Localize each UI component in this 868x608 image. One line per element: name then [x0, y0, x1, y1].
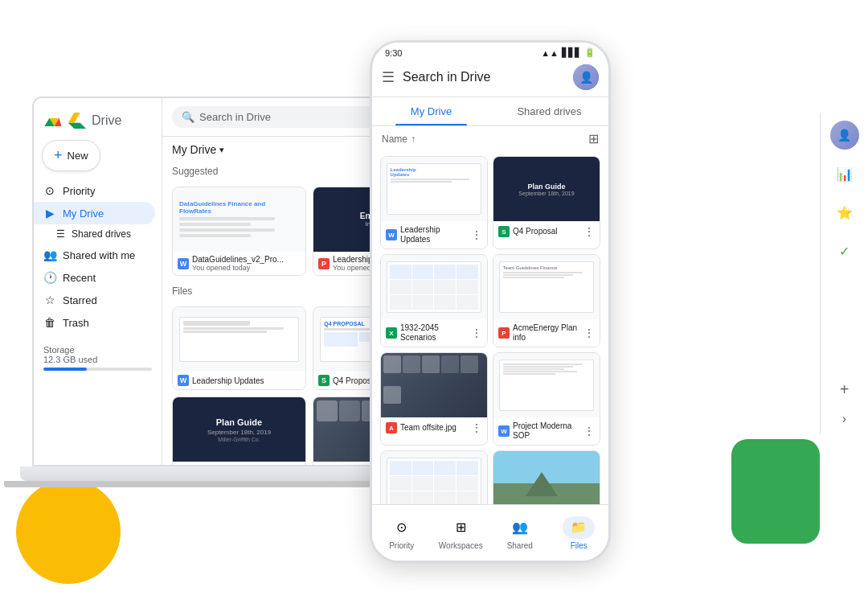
file-1-name: DataGuidelines_v2_Pro... [192, 255, 284, 264]
right-panel-add-icon[interactable]: + [840, 380, 850, 399]
phone-q4-thumb: Plan Guide September 18th, 2019 [493, 157, 600, 221]
acme-more-icon[interactable]: ⋮ [583, 327, 595, 339]
acme-icon: P [498, 327, 510, 339]
team-icon: A [386, 422, 397, 433]
q4-icon: S [498, 226, 510, 237]
trash-label: Trash [63, 317, 89, 329]
search-placeholder: Search in Drive [199, 111, 271, 123]
file-leadership-updates[interactable]: W Leadership Updates [172, 306, 306, 390]
phone-acme-info: P AcmeEnergy Plan info ⋮ [493, 319, 600, 347]
phone-file-scenarios[interactable]: X 1932-2045 Scenarios ⋮ [380, 254, 488, 347]
sort-arrow-icon: ↑ [411, 134, 416, 145]
plus-icon: + [54, 147, 63, 164]
phone-file-acme[interactable]: Team Guidelines Finance P AcmeEnergy Pla… [493, 254, 600, 347]
phone-search-label[interactable]: Search in Drive [403, 70, 565, 84]
sidebar-item-shared-drives[interactable]: ☰ Shared drives [34, 224, 155, 244]
drive-sidebar: Drive + New ⊙ Priority ▶ My Drive ☰ Shar… [34, 98, 162, 465]
drive-triangle-logo [68, 113, 87, 129]
files-nav-label: Files [571, 541, 588, 550]
phone-file-leadership[interactable]: LeadershipUpdates W Leadership Updates ⋮ [380, 156, 488, 249]
phone-scenarios-thumb [381, 255, 487, 319]
phone-file-moderna[interactable]: W Project Moderna SOP ⋮ [493, 352, 600, 446]
phone-leadership-thumb: LeadershipUpdates [381, 157, 487, 221]
leadership-more-icon[interactable]: ⋮ [471, 228, 482, 241]
sidebar-item-my-drive[interactable]: ▶ My Drive [34, 202, 155, 224]
file-2-type-icon: P [318, 258, 330, 269]
bottom-nav-workspaces[interactable]: ⊞ Workspaces [432, 510, 491, 557]
starred-label: Starred [63, 294, 97, 306]
file-1-type-icon: W [178, 258, 189, 269]
shared-icon: 👥 [43, 249, 56, 261]
phone-file-team[interactable]: A Team offsite.jpg ⋮ [380, 352, 488, 446]
storage-label: Storage [43, 345, 75, 355]
drive-logo: Drive [34, 106, 162, 135]
files-nav-icon: 📁 [563, 516, 595, 539]
search-icon: 🔍 [182, 111, 194, 123]
scenarios-more-icon[interactable]: ⋮ [471, 327, 482, 339]
shared-drives-label: Shared drives [72, 228, 131, 240]
sort-label: Name [382, 134, 407, 145]
priority-label: Priority [63, 185, 95, 197]
storage-bar-fill [43, 368, 87, 371]
list-view-icon[interactable]: ⊞ [588, 131, 599, 146]
trash-icon: 🗑 [43, 316, 56, 329]
team-more-icon[interactable]: ⋮ [471, 421, 482, 434]
bottom-nav-priority[interactable]: ⊙ Priority [372, 510, 432, 557]
wifi-icon: ▲▲ [541, 48, 559, 58]
right-panel-tasks-icon[interactable]: ✓ [830, 236, 859, 265]
scenarios-icon: X [386, 327, 397, 339]
workspaces-nav-label: Workspaces [439, 541, 483, 550]
leadership-thumb [173, 307, 305, 372]
mountain-peak [526, 472, 558, 496]
team-phone-name: Team offsite.jpg [400, 423, 468, 433]
suggested-file-1[interactable]: DataGuidelines Finance and FlowRates W D… [172, 187, 306, 276]
phone-bottom-nav: ⊙ Priority ⊞ Workspaces 👥 Shared 📁 Files [372, 504, 608, 561]
sheets-icon: 📊 [837, 166, 853, 182]
recent-label: Recent [63, 272, 96, 284]
q4-type-icon: S [318, 375, 330, 386]
right-panel-sheets-icon[interactable]: 📊 [830, 159, 859, 188]
phone-device: 9:30 ▲▲ ▋▋▋ 🔋 ☰ Search in Drive 👤 My Dri… [370, 40, 611, 563]
hamburger-icon[interactable]: ☰ [382, 68, 395, 86]
bg-green-decoration [731, 439, 820, 544]
right-panel-avatar-icon: 👤 [837, 129, 851, 142]
tab-my-drive[interactable]: My Drive [372, 97, 490, 125]
sidebar-item-trash[interactable]: 🗑 Trash [34, 311, 155, 334]
leadership-info: W Leadership Updates [173, 372, 305, 389]
phone-q4-info: S Q4 Proposal ⋮ [493, 221, 600, 242]
right-panel-chevron-icon[interactable]: › [842, 412, 846, 426]
my-drive-label: My Drive [63, 207, 104, 220]
file-plan-guide[interactable]: Plan Guide September 18th, 2019 Miller-G… [172, 396, 306, 465]
tab-shared-drives[interactable]: Shared drives [490, 97, 608, 125]
my-drive-tab-label: My Drive [411, 105, 452, 117]
sidebar-item-starred[interactable]: ☆ Starred [34, 289, 155, 311]
shared-nav-icon: 👥 [504, 516, 536, 539]
priority-icon: ⊙ [43, 184, 56, 197]
phone-file-q4[interactable]: Plan Guide September 18th, 2019 S Q4 Pro… [493, 156, 600, 249]
tasks-icon: ✓ [839, 244, 850, 259]
storage-bar [43, 368, 152, 371]
sidebar-item-recent[interactable]: 🕐 Recent [34, 266, 155, 289]
right-panel-keep-icon[interactable]: ⭐ [830, 198, 859, 227]
new-button-label: New [68, 150, 88, 162]
right-panel-avatar[interactable]: 👤 [830, 121, 859, 150]
priority-nav-label: Priority [389, 541, 414, 550]
sidebar-item-shared-with-me[interactable]: 👥 Shared with me [34, 244, 155, 266]
user-avatar[interactable]: 👤 [573, 64, 599, 90]
plan-guide-info: S Plan Guide [173, 462, 305, 465]
q4-more-icon[interactable]: ⋮ [583, 225, 595, 238]
phone-moderna-thumb [493, 353, 600, 417]
priority-nav-icon: ⊙ [386, 516, 418, 539]
leadership-phone-name: Leadership Updates [400, 225, 468, 244]
scenarios-phone-name: 1932-2045 Scenarios [400, 323, 468, 343]
moderna-more-icon[interactable]: ⋮ [583, 425, 595, 438]
new-button[interactable]: + New [42, 140, 100, 171]
moderna-phone-name: Project Moderna SOP [513, 421, 580, 441]
file-1-thumbnail: DataGuidelines Finance and FlowRates [173, 187, 305, 252]
recent-icon: 🕐 [43, 271, 56, 284]
storage-section: Storage 12.3 GB used [34, 339, 162, 377]
bottom-nav-shared[interactable]: 👥 Shared [490, 510, 550, 557]
bottom-nav-files[interactable]: 📁 Files [550, 510, 609, 557]
sidebar-item-priority[interactable]: ⊙ Priority [34, 179, 155, 202]
drive-app-title: Drive [92, 113, 121, 128]
